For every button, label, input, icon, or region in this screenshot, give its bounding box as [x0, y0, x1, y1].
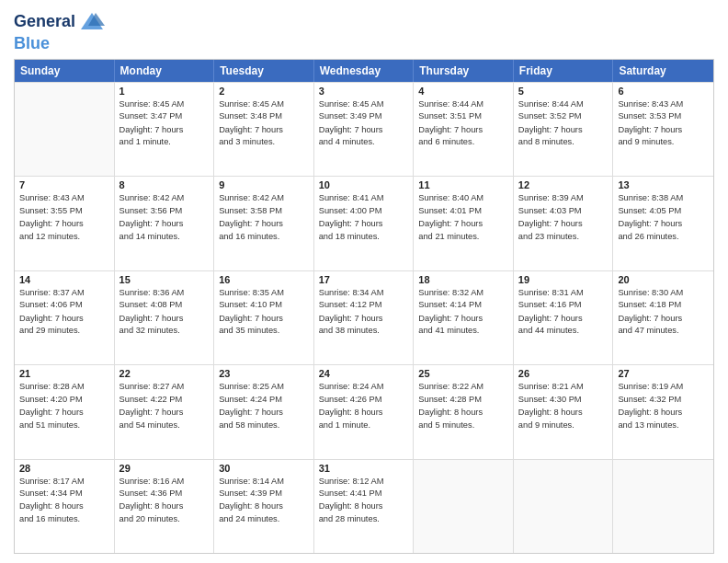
- sunset-text: Sunset: 3:49 PM: [319, 110, 409, 122]
- sunset-text: Sunset: 3:51 PM: [418, 110, 508, 122]
- daylight-text-2: and 13 minutes.: [618, 419, 709, 431]
- sunset-text: Sunset: 4:32 PM: [618, 394, 709, 406]
- day-number: 20: [618, 274, 709, 285]
- sunset-text: Sunset: 4:18 PM: [618, 299, 709, 311]
- sunrise-text: Sunrise: 8:43 AM: [19, 192, 109, 204]
- day-number: 31: [319, 463, 409, 474]
- daylight-text-1: Daylight: 7 hours: [319, 218, 409, 230]
- daylight-text-1: Daylight: 7 hours: [518, 313, 609, 325]
- daylight-text-1: Daylight: 7 hours: [219, 313, 309, 325]
- calendar-cell: 12Sunrise: 8:39 AMSunset: 4:03 PMDayligh…: [514, 177, 614, 270]
- daylight-text-2: and 21 minutes.: [418, 231, 508, 243]
- sunset-text: Sunset: 4:22 PM: [119, 394, 210, 406]
- daylight-text-2: and 9 minutes.: [618, 136, 709, 148]
- calendar-week-4: 21Sunrise: 8:28 AMSunset: 4:20 PMDayligh…: [15, 364, 713, 458]
- calendar-cell: 28Sunrise: 8:17 AMSunset: 4:34 PMDayligh…: [15, 460, 115, 553]
- calendar-week-2: 7Sunrise: 8:43 AMSunset: 3:55 PMDaylight…: [15, 176, 713, 270]
- daylight-text-2: and 44 minutes.: [518, 325, 609, 337]
- sunrise-text: Sunrise: 8:39 AM: [518, 192, 609, 204]
- day-number: 23: [219, 368, 309, 379]
- sunset-text: Sunset: 3:55 PM: [19, 205, 109, 217]
- calendar-cell: 26Sunrise: 8:21 AMSunset: 4:30 PMDayligh…: [514, 365, 614, 458]
- sunrise-text: Sunrise: 8:45 AM: [319, 98, 409, 110]
- daylight-text-2: and 1 minute.: [319, 419, 409, 431]
- daylight-text-2: and 4 minutes.: [319, 136, 409, 148]
- calendar-cell: 7Sunrise: 8:43 AMSunset: 3:55 PMDaylight…: [15, 177, 115, 270]
- calendar-cell: 29Sunrise: 8:16 AMSunset: 4:36 PMDayligh…: [115, 460, 215, 553]
- calendar-week-3: 14Sunrise: 8:37 AMSunset: 4:06 PMDayligh…: [15, 270, 713, 364]
- daylight-text-2: and 16 minutes.: [19, 513, 109, 525]
- daylight-text-2: and 20 minutes.: [119, 513, 210, 525]
- daylight-text-2: and 32 minutes.: [119, 325, 210, 337]
- daylight-text-2: and 14 minutes.: [119, 231, 210, 243]
- sunrise-text: Sunrise: 8:27 AM: [119, 381, 210, 393]
- day-number: 13: [618, 179, 709, 190]
- sunset-text: Sunset: 4:34 PM: [19, 488, 109, 500]
- calendar-cell: 4Sunrise: 8:44 AMSunset: 3:51 PMDaylight…: [414, 83, 514, 176]
- sunrise-text: Sunrise: 8:34 AM: [319, 287, 409, 299]
- day-number: 7: [19, 179, 109, 190]
- sunset-text: Sunset: 4:08 PM: [119, 299, 210, 311]
- daylight-text-1: Daylight: 7 hours: [119, 218, 210, 230]
- daylight-text-1: Daylight: 8 hours: [518, 407, 609, 419]
- day-number: 1: [119, 86, 210, 97]
- sunrise-text: Sunrise: 8:25 AM: [219, 381, 309, 393]
- calendar-header: SundayMondayTuesdayWednesdayThursdayFrid…: [15, 60, 713, 82]
- day-number: 8: [119, 179, 210, 190]
- calendar-body: 1Sunrise: 8:45 AMSunset: 3:47 PMDaylight…: [15, 82, 713, 553]
- sunrise-text: Sunrise: 8:42 AM: [219, 192, 309, 204]
- header-day-saturday: Saturday: [613, 60, 713, 82]
- daylight-text-1: Daylight: 8 hours: [418, 407, 508, 419]
- sunset-text: Sunset: 3:47 PM: [119, 110, 210, 122]
- daylight-text-1: Daylight: 7 hours: [119, 313, 210, 325]
- sunset-text: Sunset: 4:24 PM: [219, 394, 309, 406]
- calendar-cell: [613, 460, 713, 553]
- calendar-cell: 8Sunrise: 8:42 AMSunset: 3:56 PMDaylight…: [115, 177, 215, 270]
- daylight-text-2: and 58 minutes.: [219, 419, 309, 431]
- day-number: 17: [319, 274, 409, 285]
- daylight-text-1: Daylight: 7 hours: [319, 124, 409, 136]
- calendar-cell: [514, 460, 614, 553]
- day-number: 24: [319, 368, 409, 379]
- calendar-cell: 1Sunrise: 8:45 AMSunset: 3:47 PMDaylight…: [115, 83, 215, 176]
- daylight-text-2: and 9 minutes.: [518, 419, 609, 431]
- daylight-text-1: Daylight: 7 hours: [19, 218, 109, 230]
- daylight-text-2: and 54 minutes.: [119, 419, 210, 431]
- header: General Blue: [14, 9, 714, 53]
- daylight-text-2: and 26 minutes.: [618, 231, 709, 243]
- sunrise-text: Sunrise: 8:42 AM: [119, 192, 210, 204]
- day-number: 9: [219, 179, 309, 190]
- logo: General Blue: [14, 9, 105, 53]
- sunrise-text: Sunrise: 8:38 AM: [618, 192, 709, 204]
- day-number: 3: [319, 86, 409, 97]
- calendar-cell: 25Sunrise: 8:22 AMSunset: 4:28 PMDayligh…: [414, 365, 514, 458]
- calendar: SundayMondayTuesdayWednesdayThursdayFrid…: [14, 59, 714, 554]
- sunrise-text: Sunrise: 8:36 AM: [119, 287, 210, 299]
- daylight-text-1: Daylight: 8 hours: [319, 500, 409, 512]
- day-number: 11: [418, 179, 508, 190]
- day-number: 10: [319, 179, 409, 190]
- sunset-text: Sunset: 4:00 PM: [319, 205, 409, 217]
- calendar-week-5: 28Sunrise: 8:17 AMSunset: 4:34 PMDayligh…: [15, 459, 713, 553]
- sunrise-text: Sunrise: 8:14 AM: [219, 476, 309, 488]
- calendar-cell: 24Sunrise: 8:24 AMSunset: 4:26 PMDayligh…: [314, 365, 415, 458]
- day-number: 21: [19, 368, 109, 379]
- daylight-text-1: Daylight: 7 hours: [618, 124, 709, 136]
- sunrise-text: Sunrise: 8:35 AM: [219, 287, 309, 299]
- sunrise-text: Sunrise: 8:17 AM: [19, 476, 109, 488]
- daylight-text-2: and 51 minutes.: [19, 419, 109, 431]
- header-day-thursday: Thursday: [414, 60, 514, 82]
- daylight-text-2: and 47 minutes.: [618, 325, 709, 337]
- daylight-text-2: and 5 minutes.: [418, 419, 508, 431]
- calendar-cell: 13Sunrise: 8:38 AMSunset: 4:05 PMDayligh…: [613, 177, 713, 270]
- header-day-friday: Friday: [514, 60, 614, 82]
- sunset-text: Sunset: 3:48 PM: [219, 110, 309, 122]
- sunset-text: Sunset: 4:26 PM: [319, 394, 409, 406]
- sunrise-text: Sunrise: 8:45 AM: [219, 98, 309, 110]
- sunrise-text: Sunrise: 8:16 AM: [119, 476, 210, 488]
- daylight-text-1: Daylight: 7 hours: [518, 218, 609, 230]
- sunrise-text: Sunrise: 8:28 AM: [19, 381, 109, 393]
- day-number: 6: [618, 86, 709, 97]
- daylight-text-2: and 35 minutes.: [219, 325, 309, 337]
- sunset-text: Sunset: 4:03 PM: [518, 205, 609, 217]
